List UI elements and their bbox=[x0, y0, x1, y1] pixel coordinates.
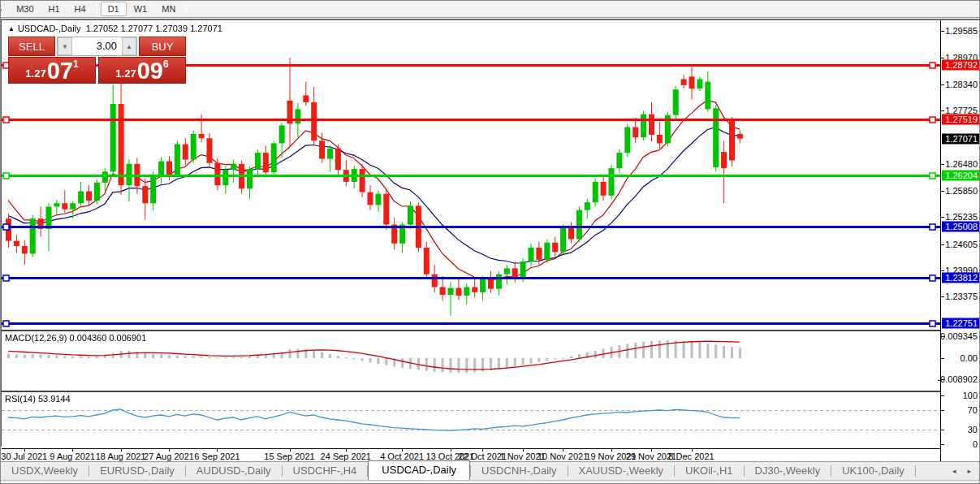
price-axis-label: 70 bbox=[968, 405, 978, 415]
price-axis-tickmark bbox=[941, 358, 944, 359]
price-tag: 1.28792 bbox=[942, 60, 980, 71]
volume-input[interactable]: 3.00 bbox=[72, 37, 122, 55]
price-tag: 1.25008 bbox=[942, 222, 980, 232]
price-axis-tickmark bbox=[941, 244, 944, 245]
sell-button[interactable]: SELL bbox=[8, 37, 55, 56]
price-axis-label: 100 bbox=[963, 391, 978, 400]
buy-price-big: 09 bbox=[137, 60, 163, 82]
tab-scroll-right-icon[interactable]: ▸ bbox=[967, 467, 971, 475]
price-axis-label: 1.23375 bbox=[945, 292, 978, 301]
sell-price-sup: 1 bbox=[73, 58, 79, 70]
price-axis-label: -0.008902 bbox=[937, 374, 978, 384]
price-axis-tickmark bbox=[941, 430, 944, 430]
chart-tab-usdchf-h4[interactable]: USDCHF-,H4 bbox=[283, 462, 368, 480]
toolbar-separator bbox=[186, 3, 187, 15]
price-axis-label: 0 bbox=[973, 439, 978, 449]
tab-separator bbox=[915, 465, 916, 477]
chart-plots: ▲USDCAD-,Daily 1.27052 1.27077 1.27039 1… bbox=[1, 20, 940, 447]
timeframe-button-m30[interactable]: M30 bbox=[9, 2, 41, 15]
price-tag: 1.22751 bbox=[942, 318, 980, 329]
sell-price-big: 07 bbox=[47, 60, 73, 82]
price-axis-tickmark bbox=[941, 410, 944, 411]
tab-scroll-left-icon[interactable]: ◂ bbox=[952, 467, 956, 475]
time-axis-label: 18 Aug 2021 bbox=[96, 452, 146, 461]
time-axis-label: 9 Aug 2021 bbox=[50, 452, 95, 461]
timeframe-button-h1[interactable]: H1 bbox=[41, 2, 67, 15]
time-axis-label: 8 Dec 2021 bbox=[668, 452, 714, 461]
price-axis-label: 0.00 bbox=[961, 353, 978, 363]
chart-window: ▲USDCAD-,Daily 1.27052 1.27077 1.27039 1… bbox=[1, 19, 980, 461]
chart-ohlc-values: 1.27052 1.27077 1.27039 1.27071 bbox=[86, 24, 222, 33]
rsi-canvas bbox=[2, 392, 941, 448]
trading-platform-window: 5M30H1H4D1W1MN ▲USDCAD-,Daily 1.27052 1.… bbox=[0, 0, 980, 484]
timeframe-button-mn[interactable]: MN bbox=[154, 2, 183, 15]
chart-tab-usdcad-daily[interactable]: USDCAD-,Daily bbox=[368, 460, 470, 480]
toolbar-separator bbox=[97, 3, 97, 15]
chart-symbol-label: USDCAD-,Daily bbox=[18, 24, 81, 33]
price-axis-label: 1.28340 bbox=[945, 80, 978, 89]
chart-tab-uk100-daily[interactable]: UK100-,Daily bbox=[831, 462, 915, 480]
buy-price-display[interactable]: 1.27096 bbox=[98, 57, 186, 84]
macd-panel[interactable]: MACD(12,26,9) 0.004360 0.006901 bbox=[2, 330, 941, 391]
chart-title: ▲USDCAD-,Daily 1.27052 1.27077 1.27039 1… bbox=[8, 24, 222, 33]
price-axis-tickmark bbox=[941, 164, 944, 165]
timeframe-button-h4[interactable]: H4 bbox=[67, 2, 93, 15]
chart-tab-usdx-weekly[interactable]: USDX,Weekly bbox=[1, 462, 89, 480]
timeframe-button-5[interactable]: 5 bbox=[1, 2, 9, 15]
price-tag: 1.27071 bbox=[942, 134, 980, 145]
rsi-panel[interactable]: RSI(14) 53.9144 bbox=[2, 391, 941, 448]
collapse-triangle-icon[interactable]: ▲ bbox=[8, 25, 15, 32]
sell-price-display[interactable]: 1.27071 bbox=[8, 57, 96, 84]
timeframe-button-w1[interactable]: W1 bbox=[127, 2, 155, 15]
price-axis-tickmark bbox=[941, 296, 944, 297]
time-axis-label: 27 Aug 2021 bbox=[144, 452, 194, 461]
buy-price-sup: 6 bbox=[163, 58, 169, 70]
timeframe-toolbar: 5M30H1H4D1W1MN bbox=[1, 1, 980, 18]
price-axis-label: 1.29585 bbox=[945, 26, 978, 36]
timeframe-button-d1[interactable]: D1 bbox=[101, 2, 127, 16]
time-axis-label: 6 Sep 2021 bbox=[194, 452, 240, 461]
chart-tab-audusd-daily[interactable]: AUDUSD-,Daily bbox=[186, 462, 282, 480]
price-tag: 1.26204 bbox=[942, 171, 980, 181]
price-axis-label: 30 bbox=[968, 425, 978, 434]
time-axis-label: 15 Sep 2021 bbox=[264, 452, 314, 461]
price-axis-tickmark bbox=[941, 110, 944, 111]
macd-label: MACD(12,26,9) 0.004360 0.006901 bbox=[5, 333, 146, 343]
price-axis-tickmark bbox=[941, 270, 944, 271]
price-axis-tickmark bbox=[941, 31, 944, 32]
price-tag: 1.27519 bbox=[942, 115, 980, 125]
price-axis-tickmark bbox=[941, 217, 944, 218]
price-axis-label: 1.25850 bbox=[945, 186, 978, 196]
price-axis-tickmark bbox=[941, 58, 944, 58]
chart-tabbar: USDX,WeeklyEURUSD-,DailyAUDUSD-,DailyUSD… bbox=[1, 461, 980, 480]
chart-tab-ukoil-h1[interactable]: UKOil-,H1 bbox=[675, 462, 744, 480]
chart-tab-xauusd-weekly[interactable]: XAUUSD-,Weekly bbox=[568, 462, 675, 480]
chart-tab-dj30-weekly[interactable]: DJ30-,Weekly bbox=[745, 462, 831, 480]
one-click-trade-panel: SELL ▼ 3.00 ▲ BUY 1.27071 1.27096 bbox=[8, 37, 186, 84]
price-axis-label: 1.24605 bbox=[945, 240, 978, 249]
price-axis-label: 1.26480 bbox=[945, 159, 978, 169]
volume-spinner: ▼ 3.00 ▲ bbox=[57, 37, 137, 56]
chart-tab-eurusd-daily[interactable]: EURUSD-,Daily bbox=[89, 462, 185, 480]
price-axis-label: 1.25235 bbox=[945, 212, 978, 222]
rsi-label: RSI(14) 53.9144 bbox=[5, 394, 71, 404]
volume-increase-icon[interactable]: ▲ bbox=[122, 37, 136, 55]
price-axis-tickmark bbox=[941, 395, 944, 396]
price-axis-tickmark bbox=[941, 444, 944, 445]
price-axis[interactable]: 1.295851.289701.283401.277251.264801.258… bbox=[940, 20, 980, 461]
price-axis-label: 0.009345 bbox=[940, 331, 978, 341]
time-axis-label: 24 Sep 2021 bbox=[321, 452, 371, 461]
price-axis-tickmark bbox=[941, 84, 944, 85]
buy-button[interactable]: BUY bbox=[139, 37, 186, 56]
price-axis-tickmark bbox=[941, 191, 944, 192]
bottom-strip bbox=[1, 480, 980, 484]
volume-decrease-icon[interactable]: ▼ bbox=[58, 37, 72, 55]
sell-price-prefix: 1.27 bbox=[25, 67, 45, 80]
price-tag: 1.23812 bbox=[942, 273, 980, 283]
time-axis-label: 30 Jul 2021 bbox=[1, 452, 47, 461]
time-axis-label: 10 Nov 2021 bbox=[537, 452, 588, 461]
buy-price-prefix: 1.27 bbox=[115, 67, 136, 80]
chart-tab-usdcnh-daily[interactable]: USDCNH-,Daily bbox=[471, 462, 567, 480]
